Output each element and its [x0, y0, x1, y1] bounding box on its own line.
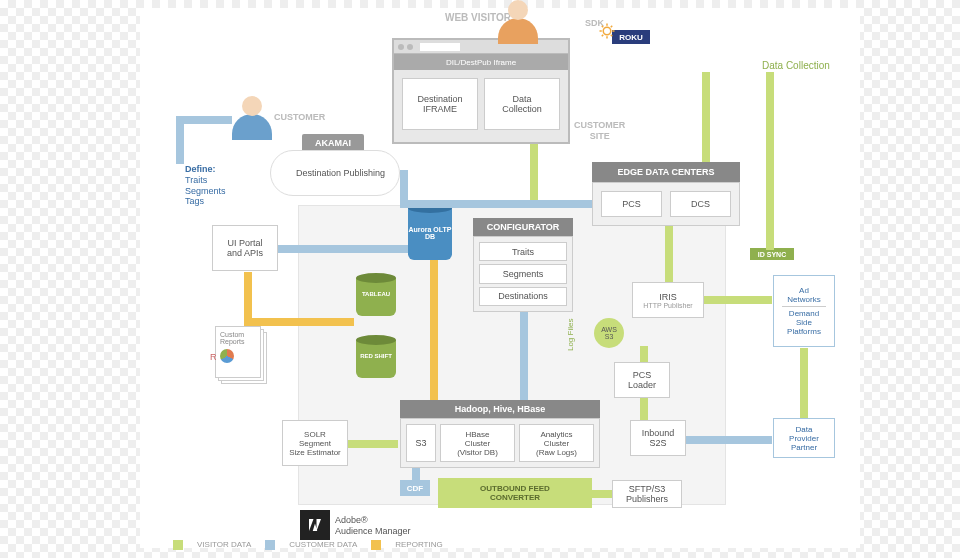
- iris-sub: HTTP Publisher: [643, 302, 692, 309]
- ad-networks: Ad Networks: [787, 286, 820, 304]
- hadoop-analytics: Analytics Cluster (Raw Logs): [519, 424, 594, 462]
- cdf-badge: CDF: [400, 480, 430, 496]
- customer-person-icon: [232, 96, 272, 144]
- arrow-aurora-down: [430, 260, 438, 400]
- adobe-logo-icon: [300, 510, 330, 540]
- arrow-edge-iris: [665, 226, 673, 282]
- right-panel: Ad Networks Demand Side Platforms: [773, 275, 835, 347]
- arrow-datacoll-down: [702, 72, 710, 162]
- edge-body: PCS DCS: [592, 182, 740, 226]
- configurator-traits: Traits: [479, 242, 567, 261]
- customer-label: CUSTOMER: [274, 112, 325, 123]
- edge-dcs: DCS: [670, 191, 731, 217]
- data-provider-partner: Data Provider Partner: [773, 418, 835, 458]
- data-collection-toplabel: Data Collection: [762, 60, 830, 72]
- data-collection-box: Data Collection: [484, 78, 560, 130]
- define-item-segments: Segments: [185, 186, 245, 197]
- define-item-tags: Tags: [185, 196, 245, 207]
- arrow-aws-pcs: [640, 346, 648, 362]
- roku-badge: ROKU: [612, 30, 650, 44]
- hadoop-s3: S3: [406, 424, 436, 462]
- adobe-name: Adobe® Audience Manager: [335, 515, 411, 537]
- configurator-body: Traits Segments Destinations: [473, 236, 573, 312]
- sftp-box: SFTP/S3 Publishers: [612, 480, 682, 508]
- arrow-iris-right: [704, 296, 772, 304]
- legend-customer: CUSTOMER DATA: [289, 540, 357, 550]
- arrow-edge-akamai: [400, 200, 592, 208]
- browser-window: DIL/DestPub Iframe Destination IFRAME Da…: [392, 38, 570, 144]
- arrow-report-2: [244, 318, 354, 326]
- destination-iframe-box: Destination IFRAME: [402, 78, 478, 130]
- pcs-loader-box: PCS Loader: [614, 362, 670, 398]
- arrow-outbound-sftp: [592, 490, 612, 498]
- arrow-hadoop-solr: [348, 440, 398, 448]
- solr-box: SOLR Segment Size Estimator: [282, 420, 348, 466]
- configurator-header: CONFIGURATOR: [473, 218, 573, 236]
- legend-visitor: VISITOR DATA: [197, 540, 251, 550]
- arrow-inbound-dpp: [686, 436, 772, 444]
- customer-site-label: CUSTOMER SITE: [574, 120, 625, 142]
- custom-reports-icon: Custom Reports: [215, 326, 275, 386]
- hadoop-body: S3 HBase Cluster (Visitor DB) Analytics …: [400, 418, 600, 468]
- gear-icon: [598, 22, 616, 40]
- edge-pcs: PCS: [601, 191, 662, 217]
- hadoop-hbase: HBase Cluster (Visitor DB): [440, 424, 515, 462]
- arrow-uiportal-right: [278, 245, 408, 253]
- ui-portal-box: UI Portal and APIs: [212, 225, 278, 271]
- define-panel: Define: Traits Segments Tags: [185, 164, 245, 207]
- tableau-db-icon: TABLEAU: [356, 278, 396, 316]
- arrow-cust-down: [176, 116, 184, 164]
- outbound-converter-box: OUTBOUND FEED CONVERTER: [438, 478, 592, 508]
- inbound-s2s-box: Inbound S2S: [630, 420, 686, 456]
- arrow-dpp-up: [800, 348, 808, 418]
- legend-reporting: REPORTING: [395, 540, 442, 550]
- akamai-sub: Destination Publishing: [296, 168, 385, 179]
- aws-s3-circle: AWS S3: [594, 318, 624, 348]
- log-files-label: Log Files: [566, 319, 576, 351]
- arrow-right-long: [766, 72, 774, 250]
- arrow-config-down: [520, 312, 528, 400]
- iris-title: IRIS: [659, 292, 677, 302]
- aurora-db-icon: Aurora OLTP DB: [408, 208, 452, 260]
- redshift-db-icon: RED SHIFT: [356, 340, 396, 378]
- svg-point-0: [603, 27, 611, 35]
- arrow-cust-left: [176, 116, 232, 124]
- legend: VISITOR DATA CUSTOMER DATA REPORTING: [173, 540, 443, 550]
- define-item-traits: Traits: [185, 175, 245, 186]
- configurator-segments: Segments: [479, 264, 567, 283]
- arrow-pcs-hadoop: [640, 398, 648, 420]
- define-title: Define:: [185, 164, 245, 175]
- arrow-browser-down: [530, 144, 538, 204]
- edge-header: EDGE DATA CENTERS: [592, 162, 740, 182]
- browser-iframe-bar: DIL/DestPub Iframe: [394, 54, 568, 70]
- hadoop-header: Hadoop, Hive, HBase: [400, 400, 600, 418]
- iris-box: IRIS HTTP Publisher: [632, 282, 704, 318]
- arrow-akamai-up: [400, 170, 408, 204]
- visitor-person-icon: [498, 0, 538, 48]
- configurator-destinations: Destinations: [479, 287, 567, 306]
- arrow-hadoop-cdf: [412, 468, 420, 480]
- demand-side-platforms: Demand Side Platforms: [787, 309, 821, 336]
